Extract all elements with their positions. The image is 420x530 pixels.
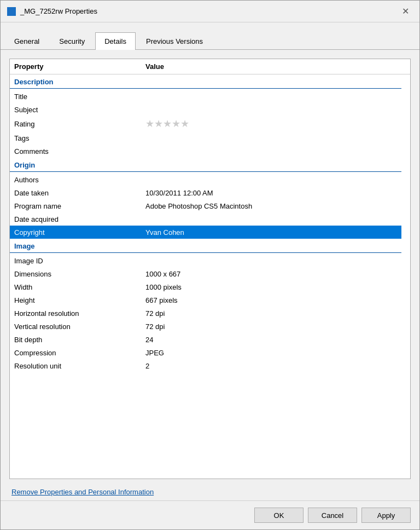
col-value-header: Value (145, 62, 406, 71)
remove-properties-link[interactable]: Remove Properties and Personal Informati… (11, 488, 154, 496)
row-copyright[interactable]: Copyright Yvan Cohen (10, 226, 401, 239)
title-bar-left: _MG_7252rw Properties (7, 7, 97, 16)
section-description: Description (10, 76, 401, 89)
row-compression[interactable]: Compression JPEG (10, 346, 401, 359)
row-comments[interactable]: Comments (10, 145, 401, 158)
row-title[interactable]: Title (10, 90, 401, 103)
row-date-acquired[interactable]: Date acquired (10, 212, 401, 226)
col-property-header: Property (14, 62, 145, 71)
row-subject[interactable]: Subject (10, 103, 401, 116)
table-header: Property Value (10, 59, 410, 74)
window-title: _MG_7252rw Properties (20, 7, 97, 15)
button-bar: OK Cancel Apply (1, 500, 419, 529)
tab-general[interactable]: General (5, 32, 49, 50)
properties-window: _MG_7252rw Properties ✕ General Security… (0, 0, 420, 530)
section-image: Image (10, 240, 401, 253)
apply-button[interactable]: Apply (361, 508, 411, 523)
close-button[interactable]: ✕ (398, 4, 413, 19)
row-tags[interactable]: Tags (10, 131, 401, 145)
rating-stars[interactable]: ★★★★★ (145, 118, 397, 130)
footer-area: Remove Properties and Personal Informati… (5, 483, 415, 500)
section-origin: Origin (10, 159, 401, 172)
row-h-resolution[interactable]: Horizontal resolution 72 dpi (10, 307, 401, 320)
cancel-button[interactable]: Cancel (308, 508, 357, 523)
row-authors[interactable]: Authors (10, 173, 401, 186)
tab-bar: General Security Details Previous Versio… (1, 22, 419, 50)
tab-details[interactable]: Details (95, 32, 136, 50)
row-image-id[interactable]: Image ID (10, 254, 401, 267)
row-width[interactable]: Width 1000 pixels (10, 280, 401, 293)
file-icon (7, 7, 16, 16)
tab-security[interactable]: Security (50, 32, 94, 50)
row-program-name[interactable]: Program name Adobe Photoshop CS5 Macinto… (10, 199, 401, 212)
row-bit-depth[interactable]: Bit depth 24 (10, 333, 401, 346)
title-bar: _MG_7252rw Properties ✕ (1, 1, 419, 22)
table-body[interactable]: Description Title Subject Rating ★★★★★ (10, 74, 410, 479)
row-dimensions[interactable]: Dimensions 1000 x 667 (10, 267, 401, 280)
row-date-taken[interactable]: Date taken 10/30/2011 12:00 AM (10, 186, 401, 199)
row-resolution-unit[interactable]: Resolution unit 2 (10, 359, 401, 372)
row-rating[interactable]: Rating ★★★★★ (10, 116, 401, 131)
content-area: Property Value Description Title Subject (9, 59, 411, 479)
row-height[interactable]: Height 667 pixels (10, 293, 401, 307)
row-v-resolution[interactable]: Vertical resolution 72 dpi (10, 320, 401, 333)
ok-button[interactable]: OK (254, 508, 304, 523)
tab-previous-versions[interactable]: Previous Versions (137, 32, 212, 50)
